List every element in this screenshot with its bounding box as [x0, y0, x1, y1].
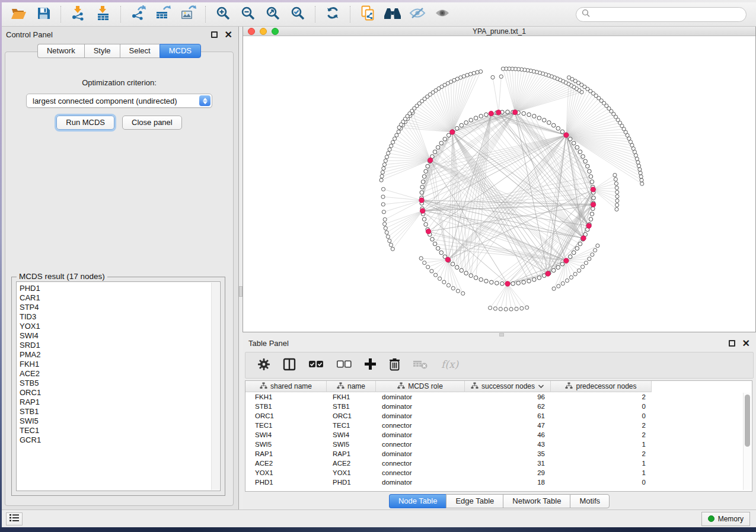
network-node[interactable]: [527, 113, 531, 117]
network-leaf-node[interactable]: [633, 150, 636, 153]
network-leaf-node[interactable]: [387, 152, 390, 155]
network-node[interactable]: [451, 262, 455, 266]
network-node[interactable]: [430, 238, 435, 242]
mcds-result-item[interactable]: TEC1: [20, 426, 220, 435]
network-leaf-node[interactable]: [451, 286, 455, 290]
network-node[interactable]: [537, 276, 541, 280]
network-leaf-node[interactable]: [438, 277, 441, 280]
column-header-name[interactable]: name: [327, 381, 376, 392]
network-leaf-node[interactable]: [615, 186, 618, 190]
cell-name[interactable]: FKH1: [327, 392, 376, 402]
network-node[interactable]: [586, 164, 590, 168]
vertical-splitter[interactable]: [239, 27, 243, 509]
mcds-result-item[interactable]: STB5: [20, 379, 220, 388]
cell-name[interactable]: ACE2: [327, 459, 376, 468]
cell-shared-name[interactable]: YOX1: [245, 468, 327, 477]
cell-predecessor-nodes[interactable]: 1: [551, 459, 652, 468]
cell-MCDS-role[interactable]: connector: [376, 468, 465, 477]
cell-predecessor-nodes[interactable]: 0: [551, 477, 652, 487]
apply-preferred-layout-button[interactable]: [320, 4, 345, 24]
cell-predecessor-nodes[interactable]: 2: [551, 430, 652, 440]
cell-successor-nodes[interactable]: 46: [465, 430, 551, 440]
new-network-from-selection-button[interactable]: [355, 4, 380, 24]
network-leaf-node[interactable]: [591, 253, 594, 257]
table-row[interactable]: ORC1ORC1dominator610: [245, 411, 752, 421]
network-leaf-node[interactable]: [479, 70, 483, 73]
network-hub-node[interactable]: [450, 130, 455, 134]
network-leaf-node[interactable]: [639, 171, 642, 175]
network-node[interactable]: [551, 268, 556, 273]
cell-name[interactable]: YOX1: [327, 468, 376, 477]
open-session-button[interactable]: [6, 4, 31, 24]
cell-name[interactable]: TEC1: [327, 421, 376, 430]
network-node[interactable]: [460, 123, 464, 127]
network-hub-node[interactable]: [586, 223, 591, 228]
cell-predecessor-nodes[interactable]: 2: [551, 421, 652, 430]
network-node[interactable]: [532, 278, 537, 282]
export-table-button[interactable]: [151, 4, 176, 24]
network-hub-node[interactable]: [445, 257, 450, 262]
cell-MCDS-role[interactable]: dominator: [376, 392, 465, 402]
cell-MCDS-role[interactable]: dominator: [376, 449, 465, 459]
tab-network-table[interactable]: Network Table: [503, 494, 570, 508]
network-leaf-node[interactable]: [383, 222, 387, 226]
network-leaf-node[interactable]: [384, 226, 387, 230]
network-leaf-node[interactable]: [382, 163, 386, 166]
table-row[interactable]: YOX1YOX1connector291: [245, 468, 752, 477]
network-leaf-node[interactable]: [397, 126, 401, 129]
network-node[interactable]: [551, 123, 556, 127]
network-leaf-node[interactable]: [573, 273, 577, 276]
network-leaf-node[interactable]: [461, 291, 465, 295]
mcds-result-item[interactable]: STB1: [20, 407, 220, 416]
network-node[interactable]: [578, 150, 582, 154]
network-node[interactable]: [590, 212, 594, 216]
zoom-fit-content-button[interactable]: [260, 4, 285, 24]
deselect-all-rows-button[interactable]: [336, 360, 352, 371]
network-hub-node[interactable]: [591, 187, 595, 192]
network-leaf-node[interactable]: [386, 235, 390, 238]
cell-predecessor-nodes[interactable]: 0: [551, 411, 652, 421]
network-leaf-node[interactable]: [613, 173, 617, 177]
network-node[interactable]: [433, 242, 437, 246]
network-leaf-node[interactable]: [389, 243, 393, 246]
network-leaf-node[interactable]: [614, 178, 617, 181]
network-leaf-node[interactable]: [426, 265, 430, 269]
network-leaf-node[interactable]: [565, 278, 569, 282]
network-leaf-node[interactable]: [391, 247, 394, 251]
network-leaf-node[interactable]: [584, 261, 588, 265]
show-panels-list-button[interactable]: [6, 512, 23, 525]
network-hub-node[interactable]: [426, 229, 430, 233]
network-node[interactable]: [422, 217, 426, 222]
network-leaf-node[interactable]: [488, 306, 492, 310]
cell-MCDS-role[interactable]: connector: [376, 421, 465, 430]
table-row[interactable]: PHD1PHD1dominator180: [245, 477, 752, 487]
mcds-result-item[interactable]: ACE2: [20, 369, 220, 379]
mcds-result-item[interactable]: SWI5: [20, 416, 220, 426]
network-node[interactable]: [420, 191, 424, 195]
network-leaf-node[interactable]: [635, 157, 639, 161]
cell-successor-nodes[interactable]: 31: [465, 459, 551, 468]
network-node[interactable]: [589, 175, 593, 179]
network-leaf-node[interactable]: [476, 70, 479, 74]
network-graph[interactable]: [243, 36, 755, 329]
network-node[interactable]: [479, 278, 483, 282]
network-node[interactable]: [443, 137, 447, 141]
cell-successor-nodes[interactable]: 61: [465, 411, 551, 421]
zoom-in-button[interactable]: [210, 4, 235, 24]
tab-edge-table[interactable]: Edge Table: [446, 494, 503, 508]
table-row[interactable]: TEC1TEC1connector472: [245, 421, 752, 430]
cell-MCDS-role[interactable]: dominator: [376, 402, 465, 411]
network-hub-node[interactable]: [428, 158, 432, 162]
tab-mcds[interactable]: MCDS: [160, 44, 201, 58]
memory-button[interactable]: Memory: [701, 512, 750, 526]
column-header-MCDS-role[interactable]: MCDS role: [376, 381, 465, 392]
network-leaf-node[interactable]: [382, 166, 385, 170]
network-leaf-node[interactable]: [525, 306, 529, 309]
network-leaf-node[interactable]: [382, 210, 385, 214]
network-hub-node[interactable]: [546, 271, 550, 276]
network-leaf-node[interactable]: [430, 270, 433, 273]
network-leaf-node[interactable]: [614, 182, 618, 185]
network-node[interactable]: [455, 126, 459, 130]
network-node[interactable]: [527, 279, 531, 283]
network-leaf-node[interactable]: [569, 275, 573, 279]
